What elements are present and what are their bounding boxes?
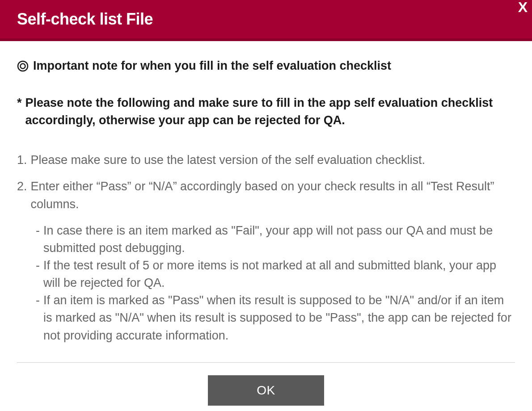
dialog-header: Self-check list File X xyxy=(0,0,532,41)
sub-instruction-item: - If the test result of 5 or more items … xyxy=(36,257,515,292)
dash-icon: - xyxy=(36,292,40,344)
sub-instructions-list: - In case there is an item marked as "Fa… xyxy=(17,222,515,344)
ok-button[interactable]: OK xyxy=(208,375,324,406)
sub-instruction-item: - If an item is marked as "Pass" when it… xyxy=(36,292,515,344)
sub-instruction-item: - In case there is an item marked as "Fa… xyxy=(36,222,515,257)
dialog-footer: OK xyxy=(17,363,515,411)
svg-point-1 xyxy=(21,63,25,68)
dash-icon: - xyxy=(36,222,40,257)
asterisk-icon: * xyxy=(17,94,22,129)
dialog-body: Important note for when you fill in the … xyxy=(0,41,532,411)
instructions-list: 1. Please make sure to use the latest ve… xyxy=(17,151,515,213)
dialog-title: Self-check list File xyxy=(17,10,515,29)
important-note-heading: Important note for when you fill in the … xyxy=(17,59,515,73)
svg-point-0 xyxy=(18,61,28,71)
close-button[interactable]: X xyxy=(518,0,528,14)
item-text: Enter either “Pass” or “N/A” accordingly… xyxy=(31,178,515,213)
bullseye-icon xyxy=(17,60,29,72)
dash-icon: - xyxy=(36,257,40,292)
important-note-text: Important note for when you fill in the … xyxy=(33,59,391,73)
item-text: Please make sure to use the latest versi… xyxy=(31,151,425,169)
instruction-item: 2. Enter either “Pass” or “N/A” accordin… xyxy=(17,178,515,213)
item-number: 1. xyxy=(17,151,27,169)
sub-item-text: If the test result of 5 or more items is… xyxy=(43,257,515,292)
warning-note-text: Please note the following and make sure … xyxy=(25,94,515,129)
warning-note: * Please note the following and make sur… xyxy=(17,94,515,129)
item-number: 2. xyxy=(17,178,27,213)
sub-item-text: In case there is an item marked as "Fail… xyxy=(43,222,515,257)
instruction-item: 1. Please make sure to use the latest ve… xyxy=(17,151,515,169)
sub-item-text: If an item is marked as "Pass" when its … xyxy=(43,292,515,344)
